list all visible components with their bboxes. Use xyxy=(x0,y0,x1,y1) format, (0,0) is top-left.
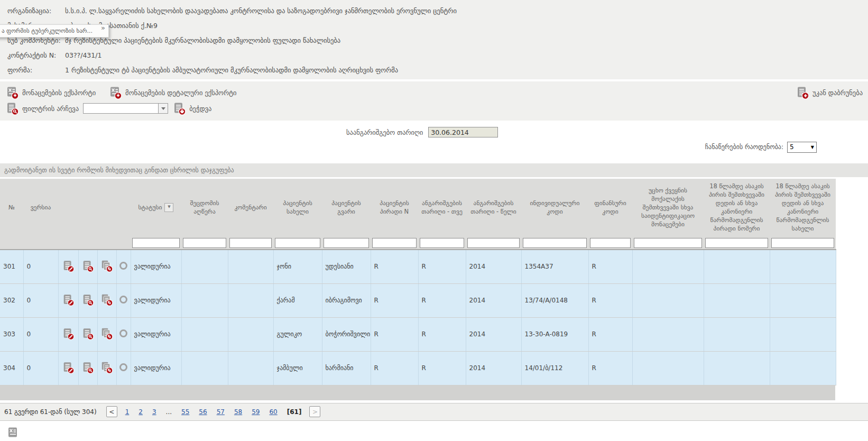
copy-icon[interactable] xyxy=(100,293,113,306)
excel-detailed-export-icon xyxy=(108,86,122,99)
page-link-58[interactable]: 58 xyxy=(234,408,242,416)
col-header-comment[interactable]: კომენტარი xyxy=(228,179,273,236)
back-button[interactable]: უკან დაბრუნება xyxy=(796,86,863,99)
page-link-59[interactable]: 59 xyxy=(252,408,260,416)
filter-label: ფილტრის არჩევა xyxy=(22,105,79,113)
print-icon xyxy=(172,102,186,115)
cell-guardian-name xyxy=(770,283,836,317)
cell-comment xyxy=(228,250,273,283)
edit-icon[interactable] xyxy=(62,327,75,340)
view-icon[interactable] xyxy=(81,260,94,272)
cell-report-year: 2014 xyxy=(466,351,521,385)
first-name-filter-input[interactable] xyxy=(275,238,320,248)
print-button[interactable]: ბეჭდვა xyxy=(172,102,211,115)
error-filter-input[interactable] xyxy=(183,238,226,248)
detailed-export-label: მონაცემების დეტალური ექსპორტი xyxy=(125,89,236,97)
col-header-report-year[interactable]: ანგარიშგების თარიღი - წელი xyxy=(466,179,521,236)
report-month-filter-input[interactable] xyxy=(420,238,464,248)
col-header-first-name[interactable]: პაციენტის სახელი xyxy=(273,179,322,236)
records-count-select[interactable]: 5 ▼ xyxy=(787,142,817,153)
col-header-error[interactable]: შეცდომის აღწერა xyxy=(181,179,228,236)
next-page-button[interactable]: > xyxy=(309,406,320,417)
cell-guardian-id xyxy=(704,317,770,351)
cell-individual-code: 13/74/A/0148 xyxy=(521,283,588,317)
status-filter-input[interactable] xyxy=(132,238,180,248)
copy-icon[interactable] xyxy=(100,361,113,374)
detailed-export-button[interactable]: მონაცემების დეტალური ექსპორტი xyxy=(108,86,236,99)
organization-label: ორგანიზაცია: xyxy=(0,7,65,15)
page-link-1[interactable]: 1 xyxy=(125,408,130,416)
cell-foreign-id xyxy=(632,250,704,283)
foreign-id-filter-input[interactable] xyxy=(634,238,702,248)
info-row-address: მისამართი: თბილისი, მ. ასათიანის ქ.№9 xyxy=(0,18,868,33)
cell-last-name: ხარმიანი xyxy=(322,351,371,385)
table-row: 301 0 ვალიდურია ჯონი უდესიანი R R 2014 1… xyxy=(0,250,836,283)
cell-report-year: 2014 xyxy=(466,283,521,317)
col-header-individual-code[interactable]: ინდივიდუალური კოდი xyxy=(521,179,588,236)
page-link-55[interactable]: 55 xyxy=(181,408,189,416)
cell-status: ვალიდურია xyxy=(131,351,181,385)
guardian-id-filter-input[interactable] xyxy=(705,238,768,248)
table-header-row: № ვერსია სტატუსი▼ შეცდომის აღწერა კომენტ… xyxy=(0,179,836,236)
filter-combo-input[interactable] xyxy=(83,103,158,114)
edit-icon[interactable] xyxy=(62,260,75,272)
tooltip: ა ფორმის ტუბერკულოზის ხარ... » xyxy=(0,24,109,38)
col-header-personal-n[interactable]: პაციენტის პირადი N xyxy=(371,179,418,236)
financial-code-filter-input[interactable] xyxy=(590,238,631,248)
cell-comment xyxy=(228,317,273,351)
cell-first-name: გულიკო xyxy=(273,317,322,351)
col-header-number[interactable]: № xyxy=(0,179,23,236)
page-link-3[interactable]: 3 xyxy=(152,408,156,416)
col-header-last-name[interactable]: პაციენტის გვარი xyxy=(322,179,371,236)
col-header-version[interactable]: ვერსია xyxy=(23,179,58,236)
cell-guardian-name xyxy=(770,317,836,351)
row-radio-button[interactable] xyxy=(119,296,127,304)
group-by-bar[interactable]: გადმოიტანეთ ის სვეტი რომლის მიხედვითაც გ… xyxy=(0,163,868,177)
col-header-select xyxy=(116,179,131,236)
comment-filter-input[interactable] xyxy=(229,238,272,248)
filter-combo-dropdown-button[interactable] xyxy=(158,103,168,114)
copy-icon[interactable] xyxy=(100,327,113,340)
form-label: ფორმა: xyxy=(0,66,65,74)
status-filter-dropdown-button[interactable]: ▼ xyxy=(164,203,173,212)
last-name-filter-input[interactable] xyxy=(324,238,369,248)
individual-code-filter-input[interactable] xyxy=(523,238,587,248)
copy-icon[interactable] xyxy=(100,260,113,272)
prev-page-button[interactable]: < xyxy=(106,406,117,417)
col-header-guardian-id[interactable]: 18 წლამდე ასაკის პირის შემთხვევაში დედის… xyxy=(704,179,770,236)
row-radio-button[interactable] xyxy=(119,363,127,371)
view-icon[interactable] xyxy=(81,361,94,374)
page-link-56[interactable]: 56 xyxy=(199,408,207,416)
col-header-copy xyxy=(97,179,116,236)
export-button[interactable]: მონაცემების ექსპორტი xyxy=(5,86,96,99)
report-date-input[interactable] xyxy=(428,127,498,137)
edit-icon[interactable] xyxy=(62,361,75,374)
col-header-foreign-id[interactable]: უცხო ქვეყნის მოქალაქის შემთხვევაში სხვა … xyxy=(632,179,704,236)
cell-foreign-id xyxy=(632,317,704,351)
page-link-2[interactable]: 2 xyxy=(138,408,143,416)
view-icon[interactable] xyxy=(81,327,94,340)
filter-select-button[interactable]: ფილტრის არჩევა xyxy=(5,102,79,115)
col-header-status[interactable]: სტატუსი▼ xyxy=(131,179,181,236)
chevron-double-right-icon[interactable]: » xyxy=(101,24,105,32)
col-header-guardian-name[interactable]: 18 წლამდე ასაკის პირის შემთხვევაში დედის… xyxy=(770,179,836,236)
page: ორგანიზაცია: ს.ს.ი.პ. ლ.საყვარელიძის სახ… xyxy=(0,0,868,441)
report-year-filter-input[interactable] xyxy=(467,238,520,248)
col-header-financial-code[interactable]: ფინანსური კოდი xyxy=(588,179,632,236)
personal-n-filter-input[interactable] xyxy=(372,238,417,248)
cell-comment xyxy=(228,283,273,317)
edit-icon[interactable] xyxy=(62,293,75,306)
guardian-name-filter-input[interactable] xyxy=(771,238,834,248)
excel-export-icon-partial[interactable] xyxy=(6,426,20,440)
view-icon[interactable] xyxy=(81,293,94,306)
tooltip-text: ა ფორმის ტუბერკულოზის ხარ... xyxy=(2,27,93,34)
cell-status: ვალიდურია xyxy=(131,317,181,351)
row-radio-button[interactable] xyxy=(119,262,127,270)
row-radio-button[interactable] xyxy=(119,329,127,337)
cell-financial-code: R xyxy=(588,283,632,317)
col-header-report-month[interactable]: ანგარიშგების თარიღი - თვე xyxy=(418,179,466,236)
page-link-57[interactable]: 57 xyxy=(217,408,225,416)
cell-report-month: R xyxy=(418,250,466,283)
form-info-section: ორგანიზაცია: ს.ს.ი.პ. ლ.საყვარელიძის სახ… xyxy=(0,0,868,79)
page-link-60[interactable]: 60 xyxy=(269,408,277,416)
